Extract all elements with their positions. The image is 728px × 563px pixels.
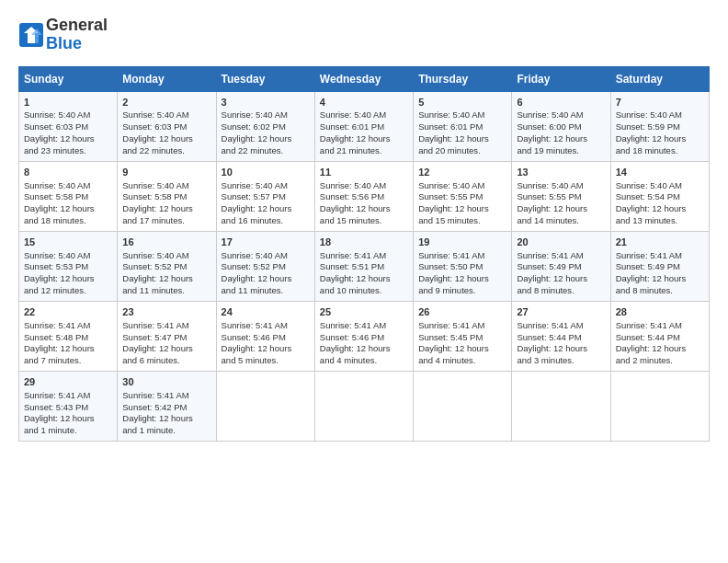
calendar-cell: 28Sunrise: 5:41 AMSunset: 5:44 PMDayligh… — [610, 301, 709, 371]
calendar-cell: 6Sunrise: 5:40 AMSunset: 6:00 PMDaylight… — [512, 91, 610, 161]
day-info-line: Daylight: 12 hours — [24, 343, 112, 355]
day-number: 12 — [418, 166, 506, 179]
day-info-line: and 8 minutes. — [517, 285, 605, 297]
day-info-line: Sunset: 6:02 PM — [222, 121, 310, 133]
day-info-line: and 16 minutes. — [222, 215, 310, 227]
day-info-line: and 15 minutes. — [320, 215, 408, 227]
day-info-line: Sunrise: 5:40 AM — [616, 180, 704, 192]
day-info-line: Sunrise: 5:40 AM — [122, 180, 210, 192]
calendar-cell: 9Sunrise: 5:40 AMSunset: 5:58 PMDaylight… — [118, 161, 216, 231]
day-info-line: Sunset: 5:46 PM — [222, 332, 310, 344]
day-info-line: Daylight: 12 hours — [122, 133, 210, 145]
day-info-line: Sunrise: 5:41 AM — [122, 320, 210, 332]
day-info-line: Sunset: 5:58 PM — [24, 191, 112, 203]
day-info-line: Sunrise: 5:40 AM — [517, 109, 605, 121]
day-info-line: Daylight: 12 hours — [122, 413, 210, 425]
calendar-cell: 30Sunrise: 5:41 AMSunset: 5:42 PMDayligh… — [118, 371, 216, 441]
day-info-line: Sunset: 5:47 PM — [122, 332, 210, 344]
day-info-line: Daylight: 12 hours — [24, 273, 112, 285]
day-info-line: Daylight: 12 hours — [517, 133, 605, 145]
col-header-tuesday: Tuesday — [216, 66, 314, 91]
day-info-line: and 14 minutes. — [517, 215, 605, 227]
calendar-cell: 2Sunrise: 5:40 AMSunset: 6:03 PMDaylight… — [118, 91, 216, 161]
day-info-line: and 3 minutes. — [517, 355, 605, 367]
day-info-line: Sunrise: 5:40 AM — [517, 180, 605, 192]
day-info-line: Daylight: 12 hours — [517, 343, 605, 355]
day-info-line: Daylight: 12 hours — [320, 343, 408, 355]
day-info-line: Sunrise: 5:40 AM — [122, 250, 210, 262]
day-info-line: Daylight: 12 hours — [418, 133, 506, 145]
day-info-line: and 18 minutes. — [616, 145, 704, 157]
col-header-sunday: Sunday — [19, 66, 118, 91]
day-info-line: Sunset: 5:52 PM — [222, 261, 310, 273]
day-info-line: and 17 minutes. — [122, 215, 210, 227]
calendar-cell: 8Sunrise: 5:40 AMSunset: 5:58 PMDaylight… — [19, 161, 118, 231]
calendar-cell: 27Sunrise: 5:41 AMSunset: 5:44 PMDayligh… — [512, 301, 610, 371]
calendar-cell: 5Sunrise: 5:40 AMSunset: 6:01 PMDaylight… — [414, 91, 512, 161]
header: General Blue — [18, 17, 710, 53]
calendar-cell: 3Sunrise: 5:40 AMSunset: 6:02 PMDaylight… — [216, 91, 314, 161]
day-info-line: and 21 minutes. — [320, 145, 408, 157]
day-number: 19 — [418, 236, 506, 249]
day-info-line: and 12 minutes. — [24, 285, 112, 297]
day-info-line: and 2 minutes. — [616, 355, 704, 367]
calendar-cell — [216, 371, 314, 441]
day-number: 2 — [122, 96, 210, 109]
calendar-cell: 16Sunrise: 5:40 AMSunset: 5:52 PMDayligh… — [118, 231, 216, 301]
day-info-line: Daylight: 12 hours — [418, 203, 506, 215]
day-number: 15 — [24, 236, 112, 249]
day-info-line: and 9 minutes. — [418, 285, 506, 297]
logo: General Blue — [18, 17, 108, 53]
day-info-line: Daylight: 12 hours — [616, 203, 704, 215]
col-header-saturday: Saturday — [610, 66, 709, 91]
day-info-line: and 19 minutes. — [517, 145, 605, 157]
day-info-line: Sunrise: 5:41 AM — [517, 250, 605, 262]
day-info-line: Daylight: 12 hours — [616, 343, 704, 355]
day-info-line: Daylight: 12 hours — [122, 343, 210, 355]
day-info-line: and 11 minutes. — [222, 285, 310, 297]
day-info-line: Daylight: 12 hours — [616, 273, 704, 285]
day-number: 11 — [320, 166, 408, 179]
calendar-cell — [610, 371, 709, 441]
col-header-monday: Monday — [118, 66, 216, 91]
calendar-cell — [414, 371, 512, 441]
day-info-line: Sunset: 5:43 PM — [24, 402, 112, 414]
day-info-line: and 4 minutes. — [320, 355, 408, 367]
day-info-line: Daylight: 12 hours — [320, 273, 408, 285]
day-number: 18 — [320, 236, 408, 249]
calendar-cell: 19Sunrise: 5:41 AMSunset: 5:50 PMDayligh… — [414, 231, 512, 301]
calendar-cell: 10Sunrise: 5:40 AMSunset: 5:57 PMDayligh… — [216, 161, 314, 231]
calendar-cell: 21Sunrise: 5:41 AMSunset: 5:49 PMDayligh… — [610, 231, 709, 301]
calendar-cell: 7Sunrise: 5:40 AMSunset: 5:59 PMDaylight… — [610, 91, 709, 161]
day-info-line: and 10 minutes. — [320, 285, 408, 297]
day-number: 10 — [222, 166, 310, 179]
calendar-cell — [314, 371, 413, 441]
day-info-line: Sunset: 5:44 PM — [517, 332, 605, 344]
day-info-line: and 8 minutes. — [616, 285, 704, 297]
day-info-line: Sunset: 5:48 PM — [24, 332, 112, 344]
day-info-line: Sunrise: 5:40 AM — [418, 180, 506, 192]
day-info-line: Sunset: 5:49 PM — [616, 261, 704, 273]
day-number: 6 — [517, 96, 605, 109]
day-info-line: and 22 minutes. — [222, 145, 310, 157]
calendar-cell: 14Sunrise: 5:40 AMSunset: 5:54 PMDayligh… — [610, 161, 709, 231]
calendar-cell: 12Sunrise: 5:40 AMSunset: 5:55 PMDayligh… — [414, 161, 512, 231]
col-header-wednesday: Wednesday — [314, 66, 413, 91]
day-info-line: Sunset: 5:53 PM — [24, 261, 112, 273]
day-info-line: Sunrise: 5:41 AM — [418, 250, 506, 262]
day-info-line: Sunset: 5:50 PM — [418, 261, 506, 273]
day-info-line: Sunset: 6:03 PM — [24, 121, 112, 133]
day-info-line: Sunset: 5:45 PM — [418, 332, 506, 344]
day-info-line: Daylight: 12 hours — [418, 343, 506, 355]
day-info-line: Sunset: 5:49 PM — [517, 261, 605, 273]
day-info-line: Sunrise: 5:41 AM — [24, 390, 112, 402]
day-info-line: Daylight: 12 hours — [24, 413, 112, 425]
day-info-line: Daylight: 12 hours — [320, 203, 408, 215]
day-info-line: Daylight: 12 hours — [122, 273, 210, 285]
day-number: 24 — [222, 305, 310, 319]
calendar-cell: 1Sunrise: 5:40 AMSunset: 6:03 PMDaylight… — [19, 91, 118, 161]
day-info-line: and 7 minutes. — [24, 355, 112, 367]
day-number: 30 — [122, 375, 210, 389]
day-info-line: Sunset: 5:51 PM — [320, 261, 408, 273]
day-info-line: Daylight: 12 hours — [24, 203, 112, 215]
